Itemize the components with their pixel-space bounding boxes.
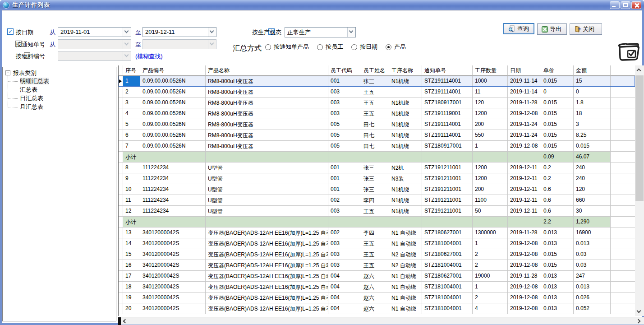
table-cell: 2 bbox=[473, 260, 508, 271]
table-cell: 0.013 bbox=[574, 238, 611, 249]
table-cell: 34012000042S bbox=[140, 282, 206, 292]
table-row[interactable]: 1734012000042S变压器(BAOER)ADS-12AH EE16(加厚… bbox=[119, 271, 635, 282]
app-window: 生产计件列表 按日期 从 2019-11-01 至 2019-12-11 按通知… bbox=[0, 0, 644, 325]
table-cell: 变压器(BAOER)ADS-12AH EE16(加厚)L=1.25 自动 bbox=[206, 238, 328, 249]
summary-radio-1[interactable] bbox=[317, 44, 323, 50]
table-row[interactable]: 10.09.00.00.0526NRM8-800uH变压器001张三N1机绕ST… bbox=[119, 76, 635, 87]
chevron-down-icon bbox=[123, 51, 131, 60]
table-row[interactable]: 1434012000042S变压器(BAOER)ADS-12AH EE16(加厚… bbox=[119, 238, 635, 249]
column-header-1[interactable]: 产品编号 bbox=[140, 65, 206, 76]
column-header-5[interactable]: 工序名称 bbox=[389, 65, 422, 76]
subtotal-row[interactable]: 小计0.0946.07 bbox=[119, 152, 635, 162]
table-cell: 赵六 bbox=[361, 292, 389, 303]
column-header-8[interactable]: 日期 bbox=[508, 65, 541, 76]
summary-radio-0[interactable] bbox=[265, 44, 271, 50]
filler-cell bbox=[611, 141, 635, 152]
scroll-left-button[interactable] bbox=[121, 317, 130, 325]
table-cell: STZ191114001 bbox=[422, 119, 473, 130]
table-row[interactable]: 10111224234U型管001张三N1机绕STZ19121100120020… bbox=[119, 184, 635, 195]
table-row[interactable]: 40.09.00.00.0526NRM8-800uH变压器003王五N1机绕ST… bbox=[119, 108, 635, 119]
column-header-10[interactable]: 金额 bbox=[574, 65, 611, 76]
table-row[interactable]: 1934012000042S变压器(BAOER)ADS-12AH EE16(加厚… bbox=[119, 292, 635, 303]
by-date-checkbox[interactable] bbox=[7, 28, 14, 35]
tree-collapse-icon[interactable] bbox=[5, 70, 10, 75]
table-row[interactable]: 9111224234U型管001张三N3装STZ1912110011200201… bbox=[119, 173, 635, 184]
column-header-3[interactable]: 员工代码 bbox=[328, 65, 361, 76]
summary-radio-label: 产品 bbox=[394, 43, 406, 51]
table-row[interactable]: 1634012000042S变压器(BAOER)ADS-12AH EE16(加厚… bbox=[119, 260, 635, 271]
table-row[interactable]: 30.09.00.00.0526NRM8-800uH变压器003王五N1机绕ST… bbox=[119, 98, 635, 108]
filler-cell bbox=[611, 162, 635, 173]
table-row[interactable]: 70.09.00.00.0526NRM8-800uH变压器005田七N1机绕ST… bbox=[119, 141, 635, 152]
grid-header-row: 序号产品编号产品名称员工代码员工姓名工序名称通知单号工序数量日期单价金额 bbox=[119, 65, 635, 76]
table-cell: 1 bbox=[473, 141, 508, 152]
table-cell: 34012000042S bbox=[140, 260, 206, 271]
fuzzy-search-link[interactable]: (模糊查找) bbox=[135, 52, 163, 60]
chevron-down-icon[interactable] bbox=[347, 28, 355, 37]
table-cell: 2019-11-24 bbox=[508, 119, 541, 130]
table-cell: 13 bbox=[123, 228, 140, 238]
tree-item-2[interactable]: 日汇总表 bbox=[3, 94, 116, 102]
subtotal-row[interactable]: 小计2.21,290 bbox=[119, 217, 635, 228]
chevron-down-icon[interactable] bbox=[123, 28, 131, 37]
table-cell: N1机绕 bbox=[389, 141, 422, 152]
vertical-scrollbar[interactable] bbox=[635, 65, 644, 316]
table-row[interactable]: 2034012000042S变压器(BAOER)ADS-12AH EE16(加厚… bbox=[119, 303, 635, 314]
table-cell: 3 bbox=[574, 119, 611, 130]
close-button[interactable] bbox=[631, 1, 641, 9]
query-button[interactable]: 查询 bbox=[503, 23, 534, 34]
table-row[interactable]: 1834012000042S变压器(BAOER)ADS-12AH EE16(加厚… bbox=[119, 282, 635, 292]
export-button[interactable]: 导出 bbox=[537, 23, 567, 35]
table-row[interactable]: 1534012000042S变压器(BAOER)ADS-12AH EE16(加厚… bbox=[119, 249, 635, 260]
tree-item-0[interactable]: 明细汇总表 bbox=[3, 77, 116, 85]
close-icon bbox=[632, 2, 641, 9]
table-row[interactable]: 60.09.00.00.0526NRM8-800uH变压器005田七N1机绕ST… bbox=[119, 130, 635, 141]
table-row[interactable]: 50.09.00.00.0526NRM8-800uH变压器005田七N1机绕ST… bbox=[119, 119, 635, 130]
table-cell: STZ180917001 bbox=[422, 98, 473, 108]
column-header-4[interactable]: 员工姓名 bbox=[361, 65, 389, 76]
table-cell: 2019-11-28 bbox=[508, 271, 541, 282]
row-gutter bbox=[119, 282, 123, 292]
maximize-button[interactable] bbox=[621, 1, 630, 9]
summary-radio-2[interactable] bbox=[351, 44, 357, 50]
scroll-up-button[interactable] bbox=[635, 65, 644, 74]
status-combo[interactable]: 正常生产 bbox=[285, 27, 356, 37]
table-cell: 0.015 bbox=[541, 141, 574, 152]
table-cell: 变压器(BAOER)ADS-12AH EE16(加厚)L=1.25 自动 bbox=[206, 271, 328, 282]
tree-item-label: 明细汇总表 bbox=[20, 78, 49, 84]
table-row[interactable]: 8111224234U型管001张三N2机STZ1912110011200201… bbox=[119, 162, 635, 173]
table-row[interactable]: 20.09.00.00.0526NRM8-800uH变压器003王五STZ191… bbox=[119, 87, 635, 98]
column-header-6[interactable]: 通知单号 bbox=[422, 65, 473, 76]
scroll-down-button[interactable] bbox=[635, 307, 644, 316]
table-cell: 34012000042S bbox=[140, 228, 206, 238]
column-header-9[interactable]: 单价 bbox=[541, 65, 574, 76]
tree-item-1[interactable]: 汇总表 bbox=[3, 85, 116, 94]
minimize-button[interactable] bbox=[610, 1, 620, 9]
table-cell: STZ191211001 bbox=[422, 162, 473, 173]
table-cell: 005 bbox=[328, 130, 361, 141]
scroll-right-button[interactable] bbox=[635, 317, 644, 325]
table-row[interactable]: 11111224234U型管002李四N1机绕STZ19121100111002… bbox=[119, 195, 635, 206]
date-to-combo[interactable]: 2019-12-11 bbox=[143, 27, 216, 37]
column-header-0[interactable]: 序号 bbox=[123, 65, 140, 76]
summary-radio-3[interactable] bbox=[386, 44, 391, 50]
table-cell: 002 bbox=[328, 228, 361, 238]
table-cell: 0.015 bbox=[541, 98, 574, 108]
tree-item-3[interactable]: 月汇总表 bbox=[3, 102, 116, 111]
close-window-button[interactable]: 关闭 bbox=[570, 23, 602, 35]
table-row[interactable]: 1334012000042S变压器(BAOER)ADS-12AH EE16(加厚… bbox=[119, 228, 635, 238]
column-header-2[interactable]: 产品名称 bbox=[206, 65, 328, 76]
table-cell: 李四 bbox=[361, 228, 389, 238]
vertical-scroll-thumb[interactable] bbox=[635, 75, 644, 201]
chevron-down-icon[interactable] bbox=[208, 28, 216, 37]
date-from-combo[interactable]: 2019-11-01 bbox=[58, 27, 131, 37]
column-header-7[interactable]: 工序数量 bbox=[473, 65, 508, 76]
folder-check-icon[interactable] bbox=[617, 41, 640, 61]
row-pointer-icon bbox=[119, 79, 122, 83]
tree-root[interactable]: 报表类别 bbox=[3, 67, 116, 77]
table-cell: 王五 bbox=[361, 87, 389, 98]
table-row[interactable]: 12111224234U型管003王五N1机绕STZ19121100150201… bbox=[119, 206, 635, 217]
horizontal-scrollbar[interactable] bbox=[118, 317, 644, 325]
table-cell: 2019-12-08 bbox=[508, 238, 541, 249]
table-cell: 0 bbox=[541, 87, 574, 98]
